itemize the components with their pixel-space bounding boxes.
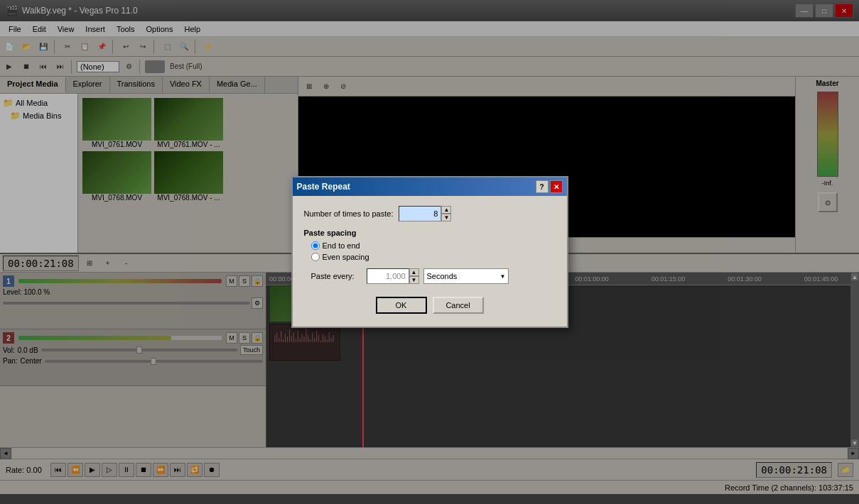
- end-to-end-label: End to end: [323, 241, 360, 250]
- end-to-end-radio[interactable]: [311, 241, 320, 250]
- paste-repeat-dialog: Paste Repeat ? ✕ Number of times to past…: [291, 176, 568, 328]
- num-times-label: Number of times to paste:: [304, 209, 394, 218]
- paste-every-up[interactable]: ▲: [409, 268, 419, 276]
- cancel-button[interactable]: Cancel: [433, 297, 484, 314]
- num-times-up[interactable]: ▲: [441, 206, 451, 214]
- dialog-buttons: OK Cancel: [304, 291, 556, 317]
- paste-every-down[interactable]: ▼: [409, 276, 419, 284]
- num-times-down[interactable]: ▼: [441, 214, 451, 221]
- paste-spacing-section: Paste spacing End to end Even spacing: [304, 229, 556, 261]
- dialog-body: Number of times to paste: ▲ ▼ Paste spac…: [293, 196, 567, 327]
- paste-every-spinner: ▲ ▼: [409, 268, 419, 284]
- paste-spacing-options: End to end Even spacing: [311, 241, 556, 261]
- num-times-row: Number of times to paste: ▲ ▼: [304, 206, 556, 221]
- seconds-dropdown[interactable]: Seconds Frames Samples: [423, 268, 509, 284]
- num-times-input-group: ▲ ▼: [399, 206, 451, 221]
- dialog-help-btn[interactable]: ?: [536, 180, 549, 193]
- modal-overlay: Paste Repeat ? ✕ Number of times to past…: [0, 0, 859, 504]
- ok-button[interactable]: OK: [376, 297, 427, 314]
- num-times-spinner: ▲ ▼: [441, 206, 451, 221]
- even-spacing-radio[interactable]: [311, 253, 320, 261]
- dialog-title: Paste Repeat: [297, 182, 350, 192]
- even-spacing-row: Even spacing: [311, 253, 556, 261]
- paste-spacing-label: Paste spacing: [304, 229, 556, 237]
- paste-every-input[interactable]: [367, 268, 409, 284]
- dialog-titlebar: Paste Repeat ? ✕: [293, 177, 567, 196]
- paste-every-label: Paste every:: [311, 272, 361, 280]
- dialog-controls: ? ✕: [536, 180, 563, 193]
- even-spacing-label: Even spacing: [323, 253, 369, 261]
- end-to-end-row: End to end: [311, 241, 556, 250]
- paste-every-input-group: ▲ ▼: [367, 268, 419, 284]
- paste-every-row: Paste every: ▲ ▼ Seconds Frames Samples: [311, 268, 556, 284]
- seconds-dropdown-wrap: Seconds Frames Samples: [423, 268, 509, 284]
- dialog-close-btn[interactable]: ✕: [550, 180, 563, 193]
- num-times-input[interactable]: [399, 206, 441, 221]
